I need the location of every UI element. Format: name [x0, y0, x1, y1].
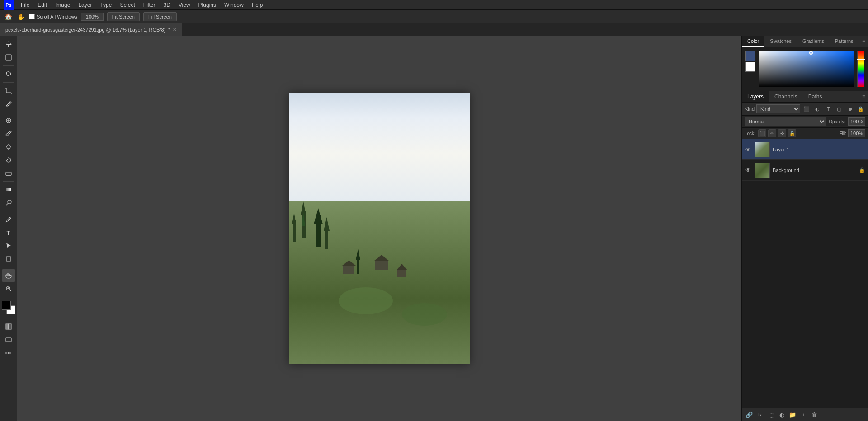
history-tool[interactable] [2, 154, 15, 166]
svg-line-20 [9, 290, 11, 292]
fg-color-swatch[interactable] [745, 51, 755, 61]
menu-edit[interactable]: Edit [34, 1, 51, 9]
patterns-tab[interactable]: Patterns [830, 36, 859, 47]
color-tab[interactable]: Color [742, 36, 764, 47]
smartobject-filter-icon[interactable]: ⊗ [845, 104, 854, 113]
layer-mask-btn[interactable]: ⬚ [766, 410, 775, 419]
zoom-input[interactable] [81, 13, 104, 21]
svg-point-6 [6, 136, 7, 136]
shape-filter-icon[interactable]: ▢ [835, 104, 844, 113]
zoom-tool[interactable] [2, 282, 15, 295]
fit-screen-button[interactable]: Fit Screen [107, 12, 140, 21]
layers-tab[interactable]: Layers [742, 91, 769, 102]
healing-tool[interactable] [2, 114, 15, 127]
shape-tool[interactable] [2, 253, 15, 265]
layer-group-btn[interactable]: 📁 [788, 410, 797, 419]
fill-screen-button[interactable]: Fill Screen [143, 12, 177, 21]
pixel-filter-icon[interactable]: ⬛ [802, 104, 811, 113]
eraser-tool[interactable] [2, 167, 15, 179]
lock-pixels-btn[interactable]: ⬛ [758, 129, 766, 137]
menu-type[interactable]: Type [96, 1, 115, 9]
color-gradient-picker[interactable] [759, 51, 854, 87]
color-panel-menu[interactable]: ≡ [859, 36, 868, 47]
document-tab[interactable]: pexels-eberhard-grossgasteiger-2437291.j… [0, 23, 182, 36]
svg-point-15 [8, 200, 11, 204]
lock-position-btn[interactable]: ✏ [768, 129, 776, 137]
layers-panel-menu[interactable]: ≡ [859, 92, 868, 102]
screen-mode-btn[interactable] [2, 333, 15, 346]
hand-tool-icon[interactable]: ✋ [16, 12, 25, 21]
menu-window[interactable]: Window [221, 1, 247, 9]
layer1-visibility[interactable]: 👁 [745, 146, 752, 153]
lock-artboards-btn[interactable]: ✛ [778, 129, 786, 137]
layer-item-background[interactable]: 👁 Background 🔒 [742, 160, 868, 181]
menu-view[interactable]: View [175, 1, 194, 9]
svg-rect-40 [375, 260, 388, 270]
fg-bg-swatches [745, 51, 755, 87]
layer-add-btn[interactable]: + [799, 410, 808, 419]
hand-tool[interactable] [2, 269, 15, 282]
fill-label: Fill: [839, 131, 846, 136]
blend-mode-select[interactable]: Normal [745, 117, 826, 126]
svg-marker-31 [292, 213, 296, 224]
crop-tool[interactable] [2, 84, 15, 97]
brush-tool[interactable] [2, 127, 15, 140]
paths-tab[interactable]: Paths [803, 91, 828, 102]
type-filter-icon[interactable]: T [824, 104, 833, 113]
svg-marker-41 [374, 255, 389, 261]
layer-link-btn[interactable]: 🔗 [745, 410, 754, 419]
menu-select[interactable]: Select [116, 1, 138, 9]
layer-fx-btn[interactable]: fx [755, 410, 764, 419]
opacity-input[interactable] [848, 117, 865, 126]
artboard-tool[interactable] [2, 51, 15, 64]
pen-tool[interactable] [2, 213, 15, 226]
home-icon[interactable]: 🏠 [4, 12, 13, 21]
layer-adjustment-btn[interactable]: ◐ [777, 410, 786, 419]
canvas-meadow [289, 201, 470, 364]
scroll-all-windows-checkbox[interactable] [29, 14, 35, 19]
menu-plugins[interactable]: Plugins [195, 1, 220, 9]
menu-3d[interactable]: 3D [160, 1, 174, 9]
hue-slider[interactable] [857, 51, 864, 87]
text-tool[interactable]: T [2, 226, 15, 239]
menu-help[interactable]: Help [248, 1, 267, 9]
layer-item-layer1[interactable]: 👁 Layer 1 [742, 139, 868, 160]
lock-filter-icon[interactable]: 🔒 [856, 104, 865, 113]
menu-layer[interactable]: Layer [75, 1, 95, 9]
canvas-details [289, 201, 470, 364]
menu-file[interactable]: File [17, 1, 33, 9]
tab-close-button[interactable]: ✕ [173, 27, 176, 32]
dodge-tool[interactable] [2, 196, 15, 209]
menu-image[interactable]: Image [52, 1, 74, 9]
kind-select[interactable]: Kind [756, 104, 800, 113]
layer-delete-btn[interactable]: 🗑 [810, 410, 819, 419]
lock-all-btn[interactable]: 🔒 [788, 129, 796, 137]
bg-color-swatch[interactable] [745, 62, 755, 72]
adjustment-filter-icon[interactable]: ◐ [813, 104, 822, 113]
options-bar: 🏠 ✋ Scroll All Windows Fit Screen Fill S… [0, 10, 868, 23]
clone-tool[interactable] [2, 140, 15, 153]
color-picker-area [742, 47, 868, 91]
menu-filter[interactable]: Filter [140, 1, 159, 9]
tool-separator-3 [3, 112, 14, 112]
gradient-tool[interactable] [2, 183, 15, 196]
background-visibility[interactable]: 👁 [745, 167, 752, 174]
layer1-name: Layer 1 [773, 147, 865, 152]
swatches-tab[interactable]: Swatches [764, 36, 797, 47]
background-lock-icon: 🔒 [859, 167, 865, 173]
app-logo: Ps [4, 0, 14, 10]
canvas-image [289, 93, 470, 364]
eyedropper-tool[interactable] [2, 98, 15, 110]
channels-tab[interactable]: Channels [769, 91, 803, 102]
lasso-tool[interactable] [2, 68, 15, 80]
quick-mask-btn[interactable] [2, 320, 15, 333]
color-pair[interactable] [2, 301, 15, 314]
gradients-tab[interactable]: Gradients [797, 36, 830, 47]
fill-input[interactable] [848, 129, 865, 137]
svg-marker-39 [342, 260, 356, 266]
move-tool[interactable] [2, 38, 15, 51]
scroll-all-windows-label[interactable]: Scroll All Windows [29, 14, 77, 19]
more-tools-btn[interactable]: ••• [2, 346, 15, 359]
foreground-color-swatch[interactable] [2, 301, 11, 310]
path-select-tool[interactable] [2, 239, 15, 252]
